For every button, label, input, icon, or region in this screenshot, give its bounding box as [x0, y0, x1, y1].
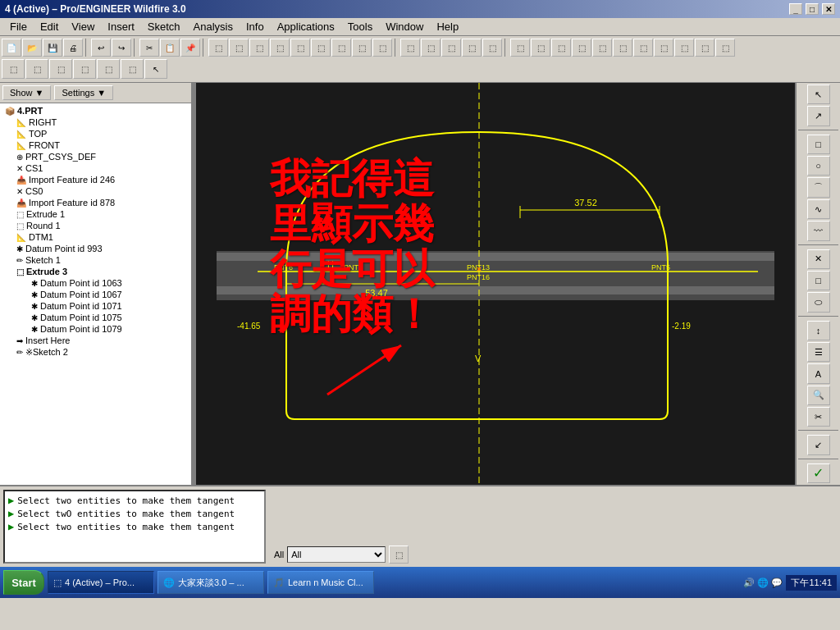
tb-b24[interactable]: ⬚ — [695, 39, 714, 57]
tb2-b6[interactable]: ⬚ — [121, 59, 144, 79]
minimize-button[interactable]: _ — [789, 3, 802, 15]
rt-dim[interactable]: ↕ — [807, 321, 830, 340]
menu-analysis[interactable]: Analysis — [187, 19, 240, 34]
rt-b2[interactable]: ↙ — [807, 435, 830, 454]
tb-b3[interactable]: ⬚ — [249, 39, 269, 57]
tree-item[interactable]: 📐TOP — [2, 128, 189, 139]
tree-item[interactable]: 📥Import Feature id 878 — [2, 197, 189, 208]
tb-b8[interactable]: ⬚ — [352, 39, 372, 57]
tree-item[interactable]: ➡Insert Here — [2, 335, 189, 346]
rt-square[interactable]: □ — [807, 271, 830, 290]
filter-options-button[interactable]: ⬚ — [389, 546, 409, 564]
tb-cut[interactable]: ✂ — [139, 39, 159, 57]
tb-redo[interactable]: ↪ — [112, 39, 131, 57]
tree-item[interactable]: ✱Datum Point id 993 — [2, 243, 189, 254]
menu-help[interactable]: Help — [430, 19, 465, 34]
tb-b15[interactable]: ⬚ — [510, 39, 530, 57]
maximize-button[interactable]: □ — [806, 3, 819, 15]
rt-confirm[interactable]: ✓ — [807, 463, 830, 483]
menu-info[interactable]: Info — [240, 19, 271, 34]
tb-b13[interactable]: ⬚ — [462, 39, 482, 57]
viewport[interactable]: 37.52 H V V 53.47 PNT13 PNT16 PNT6 PNT2 … — [196, 83, 795, 485]
tb-b20[interactable]: ⬚ — [613, 39, 632, 57]
tree-item[interactable]: 📥Import Feature id 246 — [2, 174, 189, 185]
tb-b16[interactable]: ⬚ — [531, 39, 550, 57]
tb-b14[interactable]: ⬚ — [482, 39, 502, 57]
tb-b4[interactable]: ⬚ — [270, 39, 290, 57]
tree-item[interactable]: ✕CS0 — [2, 185, 189, 197]
settings-button[interactable]: Settings ▼ — [54, 85, 113, 100]
tree-item[interactable]: 📦4.PRT — [2, 105, 189, 116]
tb-b1[interactable]: ⬚ — [208, 39, 228, 57]
menu-window[interactable]: Window — [379, 19, 430, 34]
menu-view[interactable]: View — [65, 19, 101, 34]
tree-item[interactable]: 📐DTM1 — [2, 231, 189, 243]
tb-b9[interactable]: ⬚ — [372, 39, 392, 57]
rt-b1[interactable]: ↗ — [807, 106, 830, 126]
tree-item[interactable]: ✏Sketch 1 — [2, 254, 189, 266]
tree-item[interactable]: 📐FRONT — [2, 139, 189, 151]
menu-edit[interactable]: Edit — [34, 19, 65, 34]
tb2-b1[interactable]: ⬚ — [2, 59, 25, 79]
tree-item[interactable]: ✕CS1 — [2, 162, 189, 174]
menu-tools[interactable]: Tools — [341, 19, 379, 34]
tb-print[interactable]: 🖨 — [63, 39, 83, 57]
rt-line[interactable]: 〰 — [807, 221, 830, 240]
tb-b19[interactable]: ⬚ — [592, 39, 612, 57]
taskbar-item-chat[interactable]: 🌐 大家來談3.0 – ... — [158, 571, 264, 594]
tree-item[interactable]: ✱Datum Point id 1071 — [2, 300, 189, 312]
close-button[interactable]: ✕ — [822, 3, 835, 15]
tb2-b3[interactable]: ⬚ — [49, 59, 72, 79]
tree-item[interactable]: ⬚Extrude 1 — [2, 208, 189, 220]
tb-undo[interactable]: ↩ — [91, 39, 111, 57]
show-button[interactable]: Show ▼ — [2, 85, 51, 100]
menu-sketch[interactable]: Sketch — [141, 19, 187, 34]
tb2-b5[interactable]: ⬚ — [97, 59, 120, 79]
menu-applications[interactable]: Applications — [271, 19, 341, 34]
tree-item[interactable]: ✱Datum Point id 1075 — [2, 312, 189, 323]
tb-b12[interactable]: ⬚ — [441, 39, 461, 57]
tb2-b2[interactable]: ⬚ — [25, 59, 48, 79]
tb-new[interactable]: 📄 — [2, 39, 21, 57]
tb-b2[interactable]: ⬚ — [229, 39, 249, 57]
tb-b23[interactable]: ⬚ — [674, 39, 694, 57]
taskbar-item-proengineer[interactable]: ⬚ 4 (Active) – Pro... — [48, 571, 154, 594]
tb-b17[interactable]: ⬚ — [551, 39, 571, 57]
tree-item[interactable]: ✏※Sketch 2 — [2, 346, 189, 358]
rt-circle[interactable]: ○ — [807, 156, 830, 176]
rt-trim[interactable]: ✂ — [807, 407, 830, 427]
rt-spline[interactable]: ∿ — [807, 199, 830, 219]
menu-file[interactable]: File — [3, 19, 34, 34]
tb-save[interactable]: 💾 — [43, 39, 62, 57]
taskbar-item-music[interactable]: 🎵 Learn n Music Cl... — [267, 571, 374, 594]
rt-ellipse[interactable]: ⬭ — [807, 292, 830, 312]
tb-open[interactable]: 📂 — [22, 39, 42, 57]
menu-insert[interactable]: Insert — [101, 19, 141, 34]
tb-b5[interactable]: ⬚ — [290, 39, 310, 57]
rt-text[interactable]: A — [807, 363, 830, 383]
tree-item[interactable]: 📐RIGHT — [2, 116, 189, 128]
rt-lines[interactable]: ☰ — [807, 342, 830, 362]
tb-b10[interactable]: ⬚ — [400, 39, 420, 57]
tb-b18[interactable]: ⬚ — [572, 39, 591, 57]
tb2-cursor[interactable]: ↖ — [144, 59, 167, 79]
tb-b11[interactable]: ⬚ — [421, 39, 441, 57]
tree-item[interactable]: ✱Datum Point id 1079 — [2, 323, 189, 335]
rt-select[interactable]: ↖ — [807, 84, 830, 104]
rt-rect[interactable]: □ — [807, 135, 830, 154]
tb-b22[interactable]: ⬚ — [654, 39, 673, 57]
tb-b6[interactable]: ⬚ — [311, 39, 331, 57]
rt-arc[interactable]: ⌒ — [807, 177, 830, 197]
tree-item[interactable]: ⬚Round 1 — [2, 220, 189, 231]
tree-item[interactable]: ⊕PRT_CSYS_DEF — [2, 151, 189, 162]
tb-paste[interactable]: 📌 — [180, 39, 200, 57]
filter-dropdown[interactable]: All Geometry Constraints Dimensions — [287, 546, 386, 563]
tree-item[interactable]: ✱Datum Point id 1067 — [2, 289, 189, 300]
start-button[interactable]: Start — [3, 570, 44, 595]
rt-zoom[interactable]: 🔍 — [807, 386, 830, 405]
rt-delete[interactable]: ✕ — [807, 249, 830, 269]
tb-b21[interactable]: ⬚ — [633, 39, 653, 57]
tb-copy[interactable]: 📋 — [160, 39, 180, 57]
tree-item[interactable]: ✱Datum Point id 1063 — [2, 277, 189, 289]
tb-b25[interactable]: ⬚ — [715, 39, 735, 57]
